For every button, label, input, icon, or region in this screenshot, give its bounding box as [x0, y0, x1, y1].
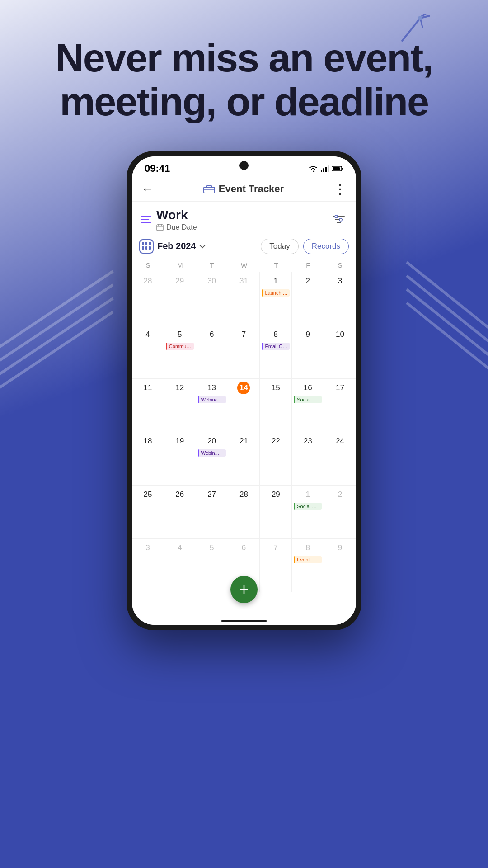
calendar-controls-left: Feb 2024 — [139, 239, 206, 254]
calendar-day[interactable]: 4 — [164, 539, 196, 592]
day-number: 25 — [141, 488, 154, 501]
calendar-day[interactable]: 1Social Media Ads R... — [292, 486, 324, 538]
day-number: 3 — [334, 275, 347, 288]
calendar-day[interactable]: 27 — [196, 486, 228, 538]
calendar-day[interactable]: 9 — [324, 539, 356, 592]
event-pill[interactable]: Email Campaign Setup & Auto... — [262, 343, 290, 350]
calendar-controls: Feb 2024 Today Records — [132, 234, 356, 259]
svg-rect-10 — [323, 168, 324, 172]
back-button[interactable]: ← — [141, 182, 154, 196]
phone-container: 09:41 — [0, 151, 488, 630]
phone-screen: 09:41 — [132, 156, 356, 625]
records-button[interactable]: Records — [303, 239, 349, 254]
svg-rect-14 — [333, 167, 340, 170]
add-event-button[interactable]: + — [230, 576, 258, 603]
event-pill[interactable]: Community E... — [166, 343, 194, 350]
event-pill[interactable]: Webinar Hosting — [198, 396, 226, 403]
day-number: 11 — [141, 382, 154, 394]
calendar-day[interactable]: 21 — [228, 432, 260, 485]
day-number: 29 — [174, 275, 186, 288]
calendar-small-icon — [156, 224, 164, 231]
calendar-day[interactable]: 16Social Media Ads R... — [292, 379, 324, 432]
calendar-day-header: S — [132, 259, 164, 272]
calendar-day[interactable]: 2 — [292, 272, 324, 325]
calendar-day[interactable]: 22 — [260, 432, 292, 485]
calendar-day[interactable]: 31 — [228, 272, 260, 325]
calendar-day[interactable]: 20Webin... — [196, 432, 228, 485]
wifi-icon — [308, 165, 318, 172]
chevron-down-icon — [199, 244, 206, 249]
day-number: 6 — [237, 542, 250, 554]
day-number: 31 — [237, 275, 250, 288]
calendar-day[interactable]: 18 — [132, 432, 164, 485]
calendar-day[interactable]: 4 — [132, 326, 164, 378]
calendar-day-header: T — [196, 259, 228, 272]
calendar-day[interactable]: 30 — [196, 272, 228, 325]
hero-header: Never miss an event, meeting, or deadlin… — [0, 0, 488, 142]
calendar-day[interactable]: 23 — [292, 432, 324, 485]
calendar-day[interactable]: 12 — [164, 379, 196, 432]
calendar-day[interactable]: 7 — [228, 326, 260, 378]
calendar-day[interactable]: 7 — [260, 539, 292, 592]
camera-notch — [239, 161, 249, 170]
calendar-day[interactable]: 10 — [324, 326, 356, 378]
calendar-day[interactable]: 29 — [164, 272, 196, 325]
calendar-day[interactable]: 19 — [164, 432, 196, 485]
calendar-day[interactable]: 8Event ... — [292, 539, 324, 592]
calendar-day[interactable]: 2 — [324, 486, 356, 538]
calendar-day[interactable]: 9 — [292, 326, 324, 378]
event-pill[interactable]: Social Media Ads R... — [294, 396, 322, 403]
calendar-day[interactable]: 5Community E... — [164, 326, 196, 378]
calendar-day[interactable]: 1Launch Press Rele... — [260, 272, 292, 325]
day-number: 7 — [237, 328, 250, 341]
content-header: Work Due Date — [132, 202, 356, 234]
day-number: 28 — [237, 488, 250, 501]
month-selector[interactable]: Feb 2024 — [157, 241, 206, 251]
calendar-day[interactable]: 14 — [228, 379, 260, 432]
grid-view-button[interactable] — [139, 239, 154, 254]
calendar-day[interactable]: 3 — [132, 539, 164, 592]
calendar-day[interactable]: 13Webinar Hosting — [196, 379, 228, 432]
day-number: 5 — [206, 542, 218, 554]
day-number: 8 — [301, 542, 314, 554]
due-date-subtitle: Due Date — [156, 223, 197, 231]
calendar: SMTWTFS 282930311Launch Press Rele...234… — [132, 259, 356, 625]
calendar-day[interactable]: 24 — [324, 432, 356, 485]
day-number: 22 — [269, 435, 282, 448]
event-pill[interactable]: Social Media Ads R... — [294, 503, 322, 510]
calendar-day[interactable]: 17 — [324, 379, 356, 432]
calendar-day[interactable]: 28 — [132, 272, 164, 325]
day-number: 7 — [269, 542, 282, 554]
calendar-week: 282930311Launch Press Rele...23 — [132, 272, 356, 326]
calendar-day[interactable]: 8Email Campaign Setup & Auto... — [260, 326, 292, 378]
day-number: 20 — [206, 435, 218, 448]
day-number: 19 — [174, 435, 186, 448]
svg-rect-9 — [321, 170, 322, 172]
day-number: 30 — [206, 275, 218, 288]
event-pill[interactable]: Launch Press Rele... — [262, 289, 290, 297]
calendar-day[interactable]: 15 — [260, 379, 292, 432]
more-button[interactable]: ⋮ — [333, 182, 347, 197]
today-button[interactable]: Today — [261, 239, 298, 254]
content-header-left: Work Due Date — [141, 208, 197, 231]
svg-rect-12 — [328, 165, 329, 172]
filter-icon — [333, 215, 345, 225]
calendar-day[interactable]: 25 — [132, 486, 164, 538]
filter-button[interactable] — [331, 212, 347, 228]
event-tracker-icon — [203, 184, 215, 193]
hero-title: Never miss an event, meeting, or deadlin… — [27, 36, 461, 124]
calendar-day[interactable]: 29 — [260, 486, 292, 538]
calendar-week: 25262728291Social Media Ads R...2 — [132, 486, 356, 539]
calendar-day[interactable]: 26 — [164, 486, 196, 538]
day-number: 17 — [334, 382, 347, 394]
calendar-day[interactable]: 11 — [132, 379, 164, 432]
calendar-day[interactable]: 3 — [324, 272, 356, 325]
home-indicator — [221, 620, 267, 622]
menu-button[interactable] — [141, 216, 151, 223]
calendar-day[interactable]: 5 — [196, 539, 228, 592]
svg-point-25 — [335, 215, 338, 218]
event-pill[interactable]: Webin... — [198, 449, 226, 457]
calendar-day[interactable]: 28 — [228, 486, 260, 538]
event-pill[interactable]: Event ... — [294, 556, 322, 563]
calendar-day[interactable]: 6 — [196, 326, 228, 378]
